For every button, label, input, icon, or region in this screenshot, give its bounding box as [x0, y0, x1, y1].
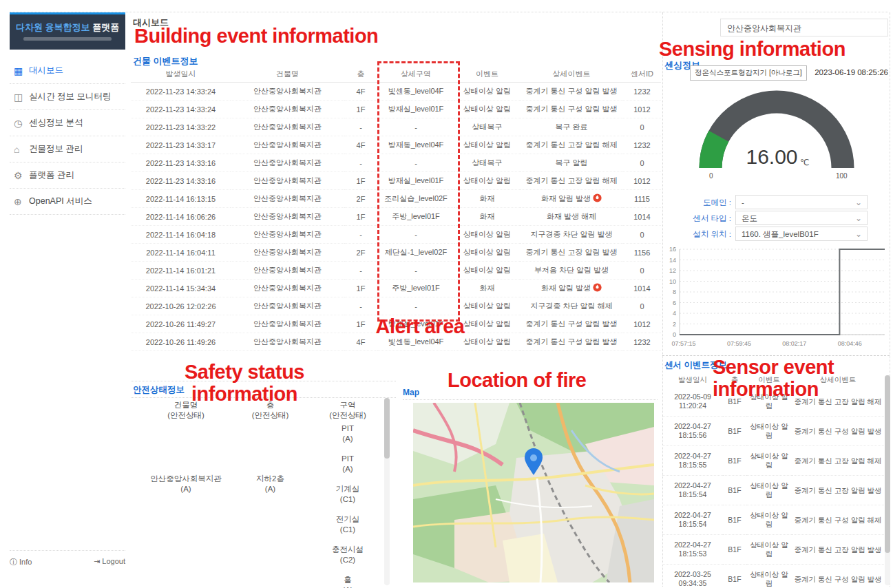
annotation-building-event: Building event information [134, 25, 378, 47]
cell: 1115 [623, 190, 661, 208]
cell: 0 [623, 262, 661, 280]
filter-row: 센서 타입 :온도⌄ [682, 211, 868, 226]
cell: B1F [723, 446, 746, 476]
cell: 2022-11-23 14:33:24 [131, 83, 231, 101]
safety-value: 홀(A) [313, 575, 382, 588]
cell: 상태이상 알림 [746, 417, 792, 446]
cell: 중계기 통신 고장 알림 해제 [792, 446, 884, 476]
cell: 안산중앙사회복지관 [231, 101, 344, 118]
sidebar-item-0[interactable]: ▦대시보드 [10, 58, 125, 84]
cell: 2022-10-26 11:49:26 [131, 333, 231, 351]
cell: 중계기 통신 고장 알림 발생 [792, 476, 884, 505]
cell: 2022-11-23 14:33:16 [131, 154, 231, 172]
sidebar-item-2[interactable]: ◷센싱정보 분석 [10, 110, 125, 136]
table-row: 2022-11-14 15:34:34안산중앙사회복지관1F주방_level01… [131, 280, 661, 297]
cell: 상태이상 알림 [454, 226, 520, 244]
info-button[interactable]: ⓘ Info [10, 557, 32, 567]
cell: 0 [623, 154, 661, 172]
svg-text:0: 0 [709, 172, 713, 180]
table-row: 2022-04-27 18:15:56B1F상태이상 알림중계기 통신 구성 알… [662, 417, 884, 446]
cell: 복구 완료 [520, 118, 623, 136]
cell: 부저음 차단 알림 발생 [520, 262, 623, 280]
sidebar-item-1[interactable]: ◫실시간 정보 모니터링 [10, 84, 125, 110]
table-row: 2022-11-23 14:33:17안산중앙사회복지관4F방재동_level0… [131, 136, 661, 154]
map-canvas [413, 403, 654, 582]
cell: 2022-11-23 14:33:17 [131, 136, 231, 154]
cell: 2022-11-14 16:04:18 [131, 226, 231, 244]
cell: 중계기 통신 고장 알림 해제 [520, 172, 623, 190]
app-logo: 다차원 융복합정보 플랫폼 [10, 12, 125, 50]
safety-value: 기계실(C1) [313, 484, 382, 505]
svg-text:0: 0 [673, 331, 676, 338]
sensor-events-scrollbar[interactable] [885, 375, 890, 585]
cell: 2022-04-27 18:15:53 [662, 535, 723, 565]
sidebar-item-4[interactable]: ⚙플랫폼 관리 [10, 162, 125, 189]
safety-value: PIT(A) [313, 423, 382, 444]
cell: 제단실-1_level02F [377, 244, 454, 262]
sensor-events-table: 발생일시층이벤트상세이벤트2022-05-09 11:20:24B1F상태이상 … [662, 373, 884, 588]
column-header: 센서ID [623, 66, 661, 83]
filter-row: 설치 위치 :1160. 샘플_levelB01F⌄ [682, 227, 868, 242]
cell: 안산중앙사회복지관 [231, 83, 344, 101]
table-row: 2022-04-27 18:15:53B1F상태이상 알림중계기 통신 고장 알… [662, 535, 884, 565]
safety-value: 전기실(C1) [313, 514, 382, 535]
cell: 상태이상 알림 [454, 101, 520, 118]
cell: 방재실_level01F [377, 172, 454, 190]
cell: - [344, 297, 377, 315]
svg-text:4: 4 [673, 310, 676, 317]
table-row: 2022-11-23 14:33:24안산중앙사회복지관1F방재실_level0… [131, 101, 661, 118]
cell: B1F [723, 535, 746, 565]
platform-icon: ⚙ [14, 170, 29, 181]
cell: 안산중앙사회복지관 [231, 136, 344, 154]
sidebar-item-label: OpenAPI 서비스 [29, 196, 92, 207]
cell: 상태이상 알림 [746, 505, 792, 535]
table-row: 2022-11-14 16:13:15안산중앙사회복지관2F조리실습_level… [131, 190, 661, 208]
map[interactable] [413, 403, 654, 582]
cell: 화재 알림 발생 [520, 190, 623, 208]
cell: - [344, 154, 377, 172]
filter-select-0[interactable]: -⌄ [735, 195, 868, 209]
cell: 중계기 통신 구성 알림 발생 [520, 333, 623, 351]
annotation-sensor-event: Sensor eventinformation [713, 356, 834, 400]
annotation-sensing: Sensing information [659, 38, 845, 60]
cell: 상태복구 [454, 154, 520, 172]
cell: 안산중앙사회복지관 [231, 244, 344, 262]
svg-text:6: 6 [673, 300, 676, 306]
chevron-down-icon: ⌄ [855, 196, 862, 210]
sidebar-item-3[interactable]: ⌂건물정보 관리 [10, 136, 125, 162]
cell: - [377, 154, 454, 172]
logout-button[interactable]: ⇥ Logout [94, 557, 125, 567]
cell: 주방_level01F [377, 208, 454, 226]
cell: 상태이상 알림 [454, 297, 520, 315]
cell: B1F [723, 417, 746, 446]
temperature-chart: 024681012141607:57:1507:59:4508:02:1708:… [663, 242, 889, 355]
cell: 2022-04-27 18:15:55 [662, 446, 723, 476]
safety-scrollbar[interactable] [384, 398, 390, 585]
cell: 1F [344, 208, 377, 226]
cell: 안산중앙사회복지관 [231, 262, 344, 280]
cell: - [377, 262, 454, 280]
dashboard-icon: ▦ [14, 65, 29, 76]
cell: 화재 발생 해제 [520, 208, 623, 226]
table-row: 2022-11-23 14:33:24안산중앙사회복지관4F빛센동_level0… [131, 83, 661, 101]
cell: 안산중앙사회복지관 [231, 297, 344, 315]
safety-value: 충전시설(C2) [313, 545, 382, 565]
filter-select-1[interactable]: 온도⌄ [735, 211, 868, 225]
table-row: 2022-04-27 18:15:55B1F상태이상 알림중계기 통신 고장 알… [662, 446, 884, 476]
cell: 안산중앙사회복지관 [231, 208, 344, 226]
svg-text:100: 100 [836, 172, 848, 180]
column-header: 발생일시 [131, 66, 231, 83]
table-header-row: 발생일시건물명층상세구역이벤트상세이벤트센서ID [131, 66, 661, 83]
table-row: 2022-11-23 14:33:16안산중앙사회복지관--상태복구복구 알림0 [131, 154, 661, 172]
cell: 방재실_level01F [377, 101, 454, 118]
analysis-icon: ◷ [14, 118, 29, 129]
filter-select-2[interactable]: 1160. 샘플_levelB01F⌄ [735, 227, 868, 241]
svg-text:07:59:45: 07:59:45 [727, 340, 751, 347]
cell: 2022-04-27 18:15:56 [662, 417, 723, 446]
cell: 1F [344, 101, 377, 118]
building-select[interactable]: 안산중앙사회복지관 [720, 19, 888, 36]
cell: 2022-10-26 12:02:26 [131, 297, 231, 315]
svg-text:℃: ℃ [800, 158, 809, 167]
sidebar-item-5[interactable]: ⊕OpenAPI 서비스 [10, 189, 125, 215]
table-row: 2022-11-14 16:04:11안산중앙사회복지관2F제단실-1_leve… [131, 244, 661, 262]
